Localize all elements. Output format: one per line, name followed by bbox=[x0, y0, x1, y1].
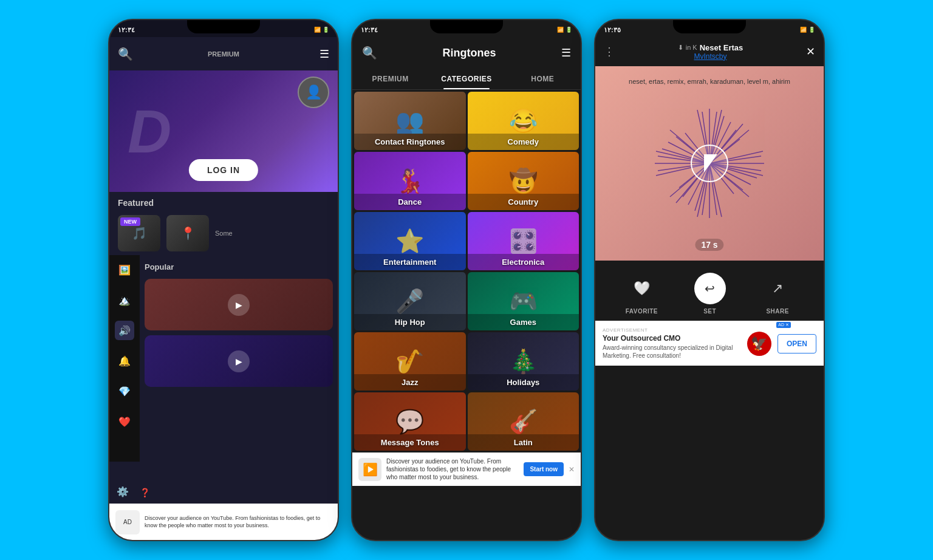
starburst-visual bbox=[643, 97, 776, 230]
phone-2: ١٢:٣٤ 📶 🔋 🔍 Ringtones ☰ PREMIUM CATEGORI… bbox=[351, 19, 582, 541]
artist2-name[interactable]: MvIntscby bbox=[615, 52, 806, 61]
settings-icon-1[interactable]: ⚙️ bbox=[117, 486, 129, 497]
sidebar-gem-icon[interactable]: 💎 bbox=[115, 381, 134, 401]
cat-hiphop[interactable]: 🎤 Hip Hop bbox=[354, 272, 466, 330]
cat-label-contact: Contact Ringtones bbox=[354, 134, 466, 150]
phone-3: ١٢:٣٥ 📶 🔋 ⋮ ⬇ in K Neset Ertas MvIntscby… bbox=[594, 19, 825, 541]
tab-categories[interactable]: CATEGORIES bbox=[428, 69, 504, 89]
tab-premium[interactable]: PREMIUM bbox=[352, 69, 428, 89]
cat-label-country: Country bbox=[468, 194, 579, 210]
sidebar-volume-icon[interactable]: 🔊 bbox=[115, 321, 134, 340]
cat-emoji-country: 🤠 bbox=[509, 168, 538, 194]
favorite-icon: 🤍 bbox=[626, 273, 657, 304]
thumb-icon-2: 📍 bbox=[180, 226, 196, 241]
notch-3 bbox=[673, 20, 746, 33]
cat-jazz[interactable]: 🎷 Jazz bbox=[354, 332, 466, 391]
cat-emoji-electronica: 🎛️ bbox=[509, 228, 538, 254]
ad-strip-icon-2: ▶️ bbox=[358, 458, 381, 481]
track-card-2[interactable]: ▶ bbox=[145, 335, 333, 387]
sidebar-landscape-icon[interactable]: 🏔️ bbox=[115, 290, 134, 310]
share-icon: ↗ bbox=[762, 273, 793, 304]
notch-2 bbox=[430, 20, 503, 33]
d-logo: D bbox=[128, 97, 171, 166]
search-icon-1[interactable]: 🔍 bbox=[118, 47, 133, 61]
cat-label-hiphop: Hip Hop bbox=[354, 314, 466, 330]
ad-content-3: ADVERTISEMENT Your Outsourced CMO Award-… bbox=[603, 327, 741, 360]
cat-label-jazz: Jazz bbox=[354, 374, 466, 391]
cat-label-dance: Dance bbox=[354, 194, 466, 210]
sidebar-image-icon[interactable]: 🖼️ bbox=[115, 260, 134, 279]
share-action[interactable]: ↗ SHARE bbox=[762, 273, 793, 315]
featured-thumb-1[interactable]: NEW 🎵 bbox=[118, 215, 160, 251]
phone1-header: 🔍 ☰ PREMIUM bbox=[109, 37, 338, 70]
status-icons-2: 📶 🔋 bbox=[557, 27, 572, 33]
sidebar-heart-icon[interactable]: ❤️ bbox=[115, 412, 134, 431]
cat-contact-ringtones[interactable]: 👥 Contact Ringtones bbox=[354, 92, 466, 150]
download-icon: ⬇ bbox=[678, 44, 683, 52]
tab-home[interactable]: HOME bbox=[505, 69, 581, 89]
phone1-sidebar: 🖼️ 🏔️ 🔊 🔔 💎 ❤️ Popular ▶ ▶ bbox=[109, 255, 338, 462]
cat-latin[interactable]: 🎸 Latin bbox=[468, 392, 579, 451]
cat-label-holidays: Holidays bbox=[468, 374, 579, 391]
sidebar-bell-icon[interactable]: 🔔 bbox=[115, 351, 134, 370]
login-button[interactable]: LOG IN bbox=[189, 159, 258, 181]
track-card-1[interactable]: ▶ bbox=[145, 279, 333, 330]
phone1-hero: D 👤 LOG IN bbox=[109, 70, 338, 192]
phone3-actions: 🤍 FAVORITE ↩ SET ↗ SHARE bbox=[595, 261, 824, 321]
play-btn-1[interactable]: ▶ bbox=[228, 294, 250, 316]
timer-text: 17 s bbox=[695, 239, 723, 251]
more-options-icon[interactable]: ⋮ bbox=[604, 45, 615, 58]
set-icon: ↩ bbox=[694, 273, 726, 304]
cat-emoji-dance: 💃 bbox=[395, 168, 424, 194]
ad-open-btn[interactable]: OPEN bbox=[778, 334, 816, 353]
avatar-1: 👤 bbox=[298, 77, 329, 108]
featured-thumb-2[interactable]: 📍 bbox=[166, 215, 209, 251]
ad-strip-2: ▶️ Discover your audience on YouTube. Fr… bbox=[352, 452, 581, 486]
cat-emoji-messagetones: 💬 bbox=[395, 408, 424, 435]
phone-1: ١٢:٣٤ 📶 🔋 🔍 ☰ PREMIUM D 👤 LOG IN Feature… bbox=[108, 19, 339, 541]
help-icon-1[interactable]: ❓ bbox=[140, 488, 150, 497]
favorite-action[interactable]: 🤍 FAVORITE bbox=[626, 273, 658, 315]
featured-text: Some bbox=[215, 230, 233, 237]
ad-eagle-icon: 🦅 bbox=[747, 332, 771, 356]
cat-comedy[interactable]: 😂 Comedy bbox=[468, 92, 579, 150]
cat-country[interactable]: 🤠 Country bbox=[468, 152, 579, 210]
cat-entertainment[interactable]: ⭐ Entertainment bbox=[354, 212, 466, 270]
cat-electronica[interactable]: 🎛️ Electronica bbox=[468, 212, 579, 270]
thumb-icon-1: 🎵 bbox=[132, 226, 147, 241]
ad-desc-3: Award-winning consultancy specialized in… bbox=[603, 344, 741, 360]
ad-icon-1: AD bbox=[115, 510, 140, 534]
cat-holidays[interactable]: 🎄 Holidays bbox=[468, 332, 579, 391]
cat-emoji-holidays: 🎄 bbox=[509, 348, 538, 375]
time-3: ١٢:٣٥ bbox=[604, 26, 621, 34]
cat-emoji-jazz: 🎷 bbox=[395, 348, 424, 375]
cat-dance[interactable]: 💃 Dance bbox=[354, 152, 466, 210]
ad-banner-1: AD Discover your audience on YouTube. Fr… bbox=[109, 504, 338, 540]
sidebar-icons: 🖼️ 🏔️ 🔊 🔔 💎 ❤️ bbox=[109, 255, 140, 462]
categories-grid: 👥 Contact Ringtones 😂 Comedy 💃 Dance 🤠 C… bbox=[352, 90, 581, 452]
cat-games[interactable]: 🎮 Games bbox=[468, 272, 579, 330]
ad-title-3: Your Outsourced CMO bbox=[603, 334, 741, 343]
menu-icon-2[interactable]: ☰ bbox=[561, 46, 571, 60]
cat-label-latin: Latin bbox=[468, 434, 579, 451]
ad-label-3: ADVERTISEMENT bbox=[603, 327, 741, 333]
share-label: SHARE bbox=[766, 308, 789, 315]
phone2-title: Ringtones bbox=[443, 47, 496, 60]
phone3-artwork: neset, ertas, remix, emrah, karaduman, l… bbox=[595, 66, 824, 261]
set-label: SET bbox=[703, 308, 716, 315]
ad-strip-start-btn[interactable]: Start now bbox=[524, 462, 564, 476]
ad-strip-close[interactable]: ✕ bbox=[569, 465, 575, 474]
set-action[interactable]: ↩ SET bbox=[694, 273, 726, 315]
filter-icon-1[interactable]: ☰ bbox=[320, 47, 329, 61]
search-icon-2[interactable]: 🔍 bbox=[362, 46, 377, 60]
premium-label-1: PREMIUM bbox=[208, 50, 239, 58]
play-btn-2[interactable]: ▶ bbox=[228, 350, 250, 372]
cat-emoji-contact: 👥 bbox=[395, 108, 424, 134]
tags-text: neset, ertas, remix, emrah, karaduman, l… bbox=[595, 77, 824, 86]
new-badge: NEW bbox=[120, 217, 140, 226]
cat-label-electronica: Electronica bbox=[468, 254, 579, 270]
close-icon-3[interactable]: ✕ bbox=[806, 45, 815, 58]
cat-messagetones[interactable]: 💬 Message Tones bbox=[354, 392, 466, 451]
popular-label: Popular bbox=[145, 260, 333, 274]
cat-label-entertainment: Entertainment bbox=[354, 254, 466, 270]
